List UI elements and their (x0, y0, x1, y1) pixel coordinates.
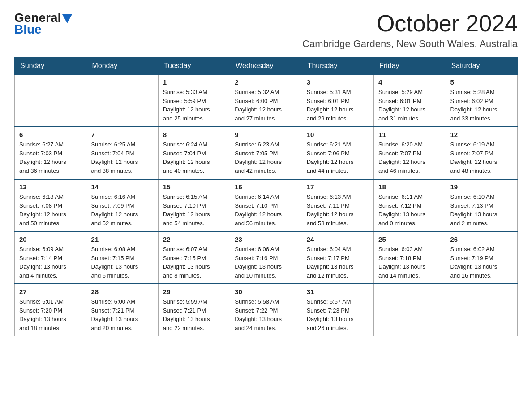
header-cell-tuesday: Tuesday (158, 57, 230, 75)
day-number: 5 (450, 78, 513, 86)
day-number: 2 (235, 78, 297, 86)
day-number: 4 (378, 78, 441, 86)
week-row-5: 27Sunrise: 6:01 AM Sunset: 7:20 PM Dayli… (15, 284, 518, 336)
day-cell: 27Sunrise: 6:01 AM Sunset: 7:20 PM Dayli… (15, 284, 86, 336)
day-cell: 29Sunrise: 5:59 AM Sunset: 7:21 PM Dayli… (158, 284, 230, 336)
day-number: 14 (91, 183, 153, 191)
svg-marker-0 (62, 14, 72, 23)
day-number: 10 (307, 131, 369, 138)
day-cell: 19Sunrise: 6:10 AM Sunset: 7:13 PM Dayli… (446, 179, 517, 231)
day-info: Sunrise: 6:06 AM Sunset: 7:16 PM Dayligh… (235, 245, 297, 280)
day-info: Sunrise: 5:58 AM Sunset: 7:22 PM Dayligh… (235, 297, 297, 332)
day-cell: 25Sunrise: 6:03 AM Sunset: 7:18 PM Dayli… (374, 231, 446, 284)
day-info: Sunrise: 6:11 AM Sunset: 7:12 PM Dayligh… (378, 193, 441, 227)
calendar-header: SundayMondayTuesdayWednesdayThursdayFrid… (15, 57, 518, 75)
day-number: 29 (163, 288, 225, 295)
day-cell: 8Sunrise: 6:24 AM Sunset: 7:04 PM Daylig… (158, 127, 230, 179)
day-cell: 6Sunrise: 6:27 AM Sunset: 7:03 PM Daylig… (15, 127, 86, 179)
day-info: Sunrise: 6:27 AM Sunset: 7:03 PM Dayligh… (19, 140, 82, 175)
day-info: Sunrise: 5:59 AM Sunset: 7:21 PM Dayligh… (163, 297, 225, 332)
day-info: Sunrise: 6:09 AM Sunset: 7:14 PM Dayligh… (19, 245, 82, 280)
day-number: 20 (19, 235, 82, 243)
logo-triangle-icon (62, 14, 72, 23)
day-info: Sunrise: 6:04 AM Sunset: 7:17 PM Dayligh… (307, 245, 369, 280)
title-block: October 2024 Cambridge Gardens, New Sout… (302, 11, 518, 50)
day-info: Sunrise: 6:18 AM Sunset: 7:08 PM Dayligh… (19, 193, 82, 227)
day-info: Sunrise: 5:32 AM Sunset: 6:00 PM Dayligh… (235, 88, 297, 123)
day-info: Sunrise: 6:07 AM Sunset: 7:15 PM Dayligh… (163, 245, 225, 280)
day-number: 1 (163, 78, 225, 86)
day-number: 16 (235, 183, 297, 191)
day-info: Sunrise: 6:03 AM Sunset: 7:18 PM Dayligh… (378, 245, 441, 280)
main-title: October 2024 (302, 11, 518, 36)
day-cell: 24Sunrise: 6:04 AM Sunset: 7:17 PM Dayli… (302, 231, 373, 284)
day-info: Sunrise: 6:24 AM Sunset: 7:04 PM Dayligh… (163, 140, 225, 175)
day-cell (446, 284, 517, 336)
day-cell (15, 75, 86, 127)
calendar-table: SundayMondayTuesdayWednesdayThursdayFrid… (14, 57, 518, 336)
day-number: 11 (378, 131, 441, 138)
day-info: Sunrise: 6:01 AM Sunset: 7:20 PM Dayligh… (19, 297, 82, 332)
week-row-1: 1Sunrise: 5:33 AM Sunset: 5:59 PM Daylig… (15, 75, 518, 127)
subtitle: Cambridge Gardens, New South Wales, Aust… (302, 38, 518, 50)
day-info: Sunrise: 5:33 AM Sunset: 5:59 PM Dayligh… (163, 88, 225, 123)
day-number: 15 (163, 183, 225, 191)
logo-text-blue: Blue (14, 22, 42, 37)
day-cell: 17Sunrise: 6:13 AM Sunset: 7:11 PM Dayli… (302, 179, 373, 231)
day-cell (86, 75, 158, 127)
day-number: 25 (378, 235, 441, 243)
day-number: 22 (163, 235, 225, 243)
day-number: 31 (307, 288, 369, 295)
day-cell: 11Sunrise: 6:20 AM Sunset: 7:07 PM Dayli… (374, 127, 446, 179)
day-number: 27 (19, 288, 82, 295)
day-cell: 14Sunrise: 6:16 AM Sunset: 7:09 PM Dayli… (86, 179, 158, 231)
day-info: Sunrise: 6:25 AM Sunset: 7:04 PM Dayligh… (91, 140, 153, 175)
day-info: Sunrise: 5:57 AM Sunset: 7:23 PM Dayligh… (307, 297, 369, 332)
day-cell (374, 284, 446, 336)
day-number: 30 (235, 288, 297, 295)
day-info: Sunrise: 6:10 AM Sunset: 7:13 PM Dayligh… (450, 193, 513, 227)
day-cell: 23Sunrise: 6:06 AM Sunset: 7:16 PM Dayli… (230, 231, 302, 284)
day-info: Sunrise: 6:19 AM Sunset: 7:07 PM Dayligh… (450, 140, 513, 175)
logo: General Blue (14, 11, 72, 37)
day-info: Sunrise: 6:08 AM Sunset: 7:15 PM Dayligh… (91, 245, 153, 280)
day-number: 8 (163, 131, 225, 138)
day-cell: 16Sunrise: 6:14 AM Sunset: 7:10 PM Dayli… (230, 179, 302, 231)
week-row-3: 13Sunrise: 6:18 AM Sunset: 7:08 PM Dayli… (15, 179, 518, 231)
day-cell: 31Sunrise: 5:57 AM Sunset: 7:23 PM Dayli… (302, 284, 373, 336)
day-cell: 30Sunrise: 5:58 AM Sunset: 7:22 PM Dayli… (230, 284, 302, 336)
day-number: 23 (235, 235, 297, 243)
day-info: Sunrise: 6:13 AM Sunset: 7:11 PM Dayligh… (307, 193, 369, 227)
header-cell-wednesday: Wednesday (230, 57, 302, 75)
day-number: 28 (91, 288, 153, 295)
day-number: 24 (307, 235, 369, 243)
day-info: Sunrise: 6:00 AM Sunset: 7:21 PM Dayligh… (91, 297, 153, 332)
day-info: Sunrise: 6:16 AM Sunset: 7:09 PM Dayligh… (91, 193, 153, 227)
day-info: Sunrise: 6:02 AM Sunset: 7:19 PM Dayligh… (450, 245, 513, 280)
header-cell-friday: Friday (374, 57, 446, 75)
header-cell-thursday: Thursday (302, 57, 373, 75)
day-cell: 21Sunrise: 6:08 AM Sunset: 7:15 PM Dayli… (86, 231, 158, 284)
header-cell-sunday: Sunday (15, 57, 86, 75)
day-info: Sunrise: 6:14 AM Sunset: 7:10 PM Dayligh… (235, 193, 297, 227)
day-number: 12 (450, 131, 513, 138)
header-row: SundayMondayTuesdayWednesdayThursdayFrid… (15, 57, 518, 75)
day-info: Sunrise: 6:20 AM Sunset: 7:07 PM Dayligh… (378, 140, 441, 175)
page-header: General Blue October 2024 Cambridge Gard… (14, 11, 518, 50)
day-number: 3 (307, 78, 369, 86)
day-cell: 20Sunrise: 6:09 AM Sunset: 7:14 PM Dayli… (15, 231, 86, 284)
day-number: 17 (307, 183, 369, 191)
day-number: 6 (19, 131, 82, 138)
day-number: 21 (91, 235, 153, 243)
day-info: Sunrise: 5:28 AM Sunset: 6:02 PM Dayligh… (450, 88, 513, 123)
day-cell: 22Sunrise: 6:07 AM Sunset: 7:15 PM Dayli… (158, 231, 230, 284)
day-cell: 1Sunrise: 5:33 AM Sunset: 5:59 PM Daylig… (158, 75, 230, 127)
day-info: Sunrise: 5:29 AM Sunset: 6:01 PM Dayligh… (378, 88, 441, 123)
day-number: 7 (91, 131, 153, 138)
day-cell: 15Sunrise: 6:15 AM Sunset: 7:10 PM Dayli… (158, 179, 230, 231)
day-info: Sunrise: 6:23 AM Sunset: 7:05 PM Dayligh… (235, 140, 297, 175)
week-row-4: 20Sunrise: 6:09 AM Sunset: 7:14 PM Dayli… (15, 231, 518, 284)
calendar-body: 1Sunrise: 5:33 AM Sunset: 5:59 PM Daylig… (15, 75, 518, 336)
day-cell: 4Sunrise: 5:29 AM Sunset: 6:01 PM Daylig… (374, 75, 446, 127)
day-cell: 26Sunrise: 6:02 AM Sunset: 7:19 PM Dayli… (446, 231, 517, 284)
